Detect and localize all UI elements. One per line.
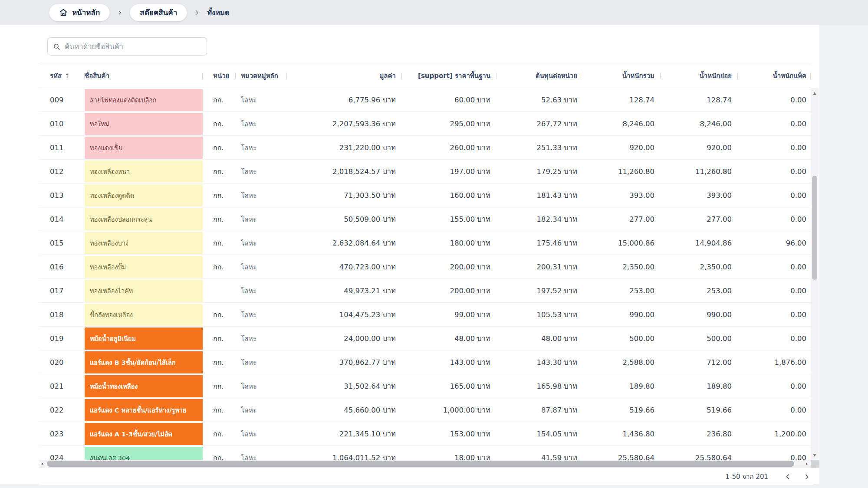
cell-product-name: ขี้กลึงทองเหลือง: [85, 304, 203, 326]
cell-value: 1,064,011.52 บาท: [287, 452, 402, 460]
table-row[interactable]: 013 ทองเหลืองดูดติด กก. โลหะ 71,303.50 บ…: [39, 183, 811, 207]
cell-product-name: สายไฟทองแดงติดเปลือก: [85, 89, 203, 111]
cell-weight-pack: 1,876.00: [738, 358, 811, 367]
cell-category: โลหะ: [236, 452, 287, 460]
next-page-button[interactable]: [800, 470, 813, 483]
cell-weight-total: 519.66: [583, 406, 661, 414]
cell-weight-total: 990.00: [583, 311, 661, 319]
table-row[interactable]: 023 แอร์แดง A 1-3ชั้น/สวย/ไม่อัด กก. โลห…: [39, 422, 811, 446]
cell-value: 50,509.00 บาท: [287, 213, 402, 225]
cell-weight-total: 189.80: [583, 382, 661, 390]
cell-code: 018: [39, 311, 85, 319]
cell-value: 45,660.00 บาท: [287, 404, 402, 416]
table-row[interactable]: 014 ทองเหลืองปลอกกระสุน กก. โลหะ 50,509.…: [39, 207, 811, 231]
right-filler-panel: [819, 25, 868, 488]
table-row[interactable]: 024 สแตนเลส 304 กก. โลหะ 1,064,011.52 บา…: [39, 446, 811, 460]
table-row[interactable]: 022 แอร์แดง C หลายชั้น/แอร์ห่าง/รูหาย กก…: [39, 398, 811, 422]
cell-base-price: 160.00 บาท: [402, 190, 496, 201]
cell-weight-sub: 14,904.86: [661, 239, 738, 247]
vertical-scrollbar-thumb[interactable]: [812, 176, 817, 280]
cell-weight-sub: 253.00: [661, 287, 738, 295]
cell-base-price: 1,000.00 บาท: [402, 404, 496, 416]
product-name-chip: ทองเหลืองหนา: [85, 160, 203, 183]
breadcrumb-item-home[interactable]: หน้าหลัก: [49, 4, 110, 21]
table-row[interactable]: 015 ทองเหลืองบาง กก. โลหะ 2,632,084.64 บ…: [39, 231, 811, 255]
cell-weight-total: 128.74: [583, 96, 661, 104]
table-row[interactable]: 021 หม้อน้ำทองเหลือง กก. โลหะ 31,502.64 …: [39, 374, 811, 398]
cell-value: 370,862.77 บาท: [287, 357, 402, 368]
table-row[interactable]: 009 สายไฟทองแดงติดเปลือก กก. โลหะ 6,775.…: [39, 88, 811, 112]
scroll-up-icon[interactable]: ▲: [813, 92, 816, 95]
header-unit[interactable]: หน่วย: [203, 71, 236, 81]
breadcrumb-item-stock[interactable]: สต๊อคสินค้า: [130, 4, 187, 21]
horizontal-scrollbar-thumb[interactable]: [47, 461, 794, 467]
cell-unit-cost: 52.63 บาท: [496, 94, 583, 105]
cell-weight-sub: 8,246.00: [661, 120, 738, 128]
cell-unit-cost: 179.25 บาท: [496, 166, 583, 177]
cell-product-name: ทองเหลืองปลอกกระสุน: [85, 208, 203, 230]
table-row[interactable]: 011 ทองแดงเข็ม กก. โลหะ 231,220.00 บาท 2…: [39, 136, 811, 160]
cell-unit: กก.: [203, 238, 236, 249]
cell-weight-pack: 96.00: [738, 239, 811, 247]
previous-page-button[interactable]: [781, 470, 794, 483]
cell-unit: กก.: [203, 381, 236, 392]
cell-weight-sub: 990.00: [661, 311, 738, 319]
search-input[interactable]: [65, 43, 201, 51]
cell-unit: กก.: [203, 166, 236, 177]
cell-product-name: ท่อใหม่: [85, 113, 203, 135]
table-row[interactable]: 018 ขี้กลึงทองเหลือง กก. โลหะ 104,475.23…: [39, 303, 811, 327]
cell-product-name: แอร์แดง C หลายชั้น/แอร์ห่าง/รูหาย: [85, 399, 203, 421]
header-base-price[interactable]: [support] ราคาพื้นฐาน: [402, 71, 496, 81]
cell-weight-total: 277.00: [583, 215, 661, 223]
table-body: 009 สายไฟทองแดงติดเปลือก กก. โลหะ 6,775.…: [39, 88, 811, 460]
breadcrumb-stock-label: สต๊อคสินค้า: [140, 9, 177, 16]
cell-value: 221,345.10 บาท: [287, 428, 402, 439]
table-row[interactable]: 020 แอร์แดง B 3ชั้น/อัดก้อน/ไส้เล็ก กก. …: [39, 350, 811, 374]
cell-category: โลหะ: [236, 333, 287, 344]
product-name-chip: แอร์แดง C หลายชั้น/แอร์ห่าง/รูหาย: [85, 399, 203, 421]
cell-product-name: แอร์แดง B 3ชั้น/อัดก้อน/ไส้เล็ก: [85, 351, 203, 373]
cell-unit-cost: 41.59 บาท: [496, 452, 583, 460]
cell-unit: กก.: [203, 190, 236, 201]
scroll-right-icon[interactable]: ▸: [806, 462, 808, 466]
table-row[interactable]: 016 ทองเหลืองปั๊ม กก. โลหะ 470,723.00 บา…: [39, 255, 811, 279]
cell-category: โลหะ: [236, 429, 287, 439]
cell-unit-cost: 181.43 บาท: [496, 190, 583, 201]
cell-category: โลหะ: [236, 285, 287, 296]
header-product-name[interactable]: ชื่อสินค้า: [85, 71, 203, 81]
header-weight-pack[interactable]: น้ำหนักแพ็ค: [738, 71, 811, 81]
header-value[interactable]: มูลค่า: [287, 71, 402, 81]
scroll-left-icon[interactable]: ◂: [41, 462, 43, 466]
cell-code: 009: [39, 96, 85, 104]
header-unit-cost[interactable]: ต้นทุนต่อหน่วย: [496, 71, 583, 81]
home-icon: [59, 8, 68, 17]
header-weight-sub[interactable]: น้ำหนักย่อย: [661, 71, 738, 81]
breadcrumb-item-all[interactable]: ทั้งหมด: [207, 7, 229, 18]
cell-code: 021: [39, 382, 85, 390]
cell-value: 104,475.23 บาท: [287, 309, 402, 320]
cell-weight-total: 15,000.86: [583, 239, 661, 247]
header-category[interactable]: หมวดหมู่หลัก: [236, 71, 287, 81]
product-name-chip: สแตนเลส 304: [85, 447, 203, 460]
cell-unit-cost: 267.72 บาท: [496, 118, 583, 129]
header-weight-total[interactable]: น้ำหนักรวม: [583, 71, 661, 81]
sort-ascending-icon: ↑: [65, 72, 70, 79]
vertical-scrollbar[interactable]: ▲ ▼: [811, 88, 819, 460]
table-row[interactable]: 017 ทองเหลืองไวคัท โลหะ 49,973.21 บาท 20…: [39, 279, 811, 303]
pagination-range-label: 1-50 จาก 201: [725, 472, 768, 482]
cell-category: โลหะ: [236, 238, 287, 249]
cell-code: 011: [39, 144, 85, 152]
cell-category: โลหะ: [236, 166, 287, 177]
table-row[interactable]: 010 ท่อใหม่ กก. โลหะ 2,207,593.36 บาท 29…: [39, 112, 811, 136]
cell-base-price: 60.00 บาท: [402, 94, 496, 105]
cell-weight-total: 1,436.80: [583, 430, 661, 438]
cell-code: 017: [39, 287, 85, 295]
cell-category: โลหะ: [236, 357, 287, 368]
cell-product-name: หม้อน้ำอลูมิเนียม: [85, 328, 203, 350]
table-row[interactable]: 019 หม้อน้ำอลูมิเนียม กก. โลหะ 24,000.00…: [39, 327, 811, 350]
scroll-down-icon[interactable]: ▼: [813, 453, 816, 457]
header-code[interactable]: รหัส↑: [39, 71, 85, 81]
horizontal-scrollbar[interactable]: ◂ ▸: [39, 460, 811, 468]
table-row[interactable]: 012 ทองเหลืองหนา กก. โลหะ 2,018,524.57 บ…: [39, 160, 811, 183]
product-name-chip: ท่อใหม่: [85, 113, 203, 135]
